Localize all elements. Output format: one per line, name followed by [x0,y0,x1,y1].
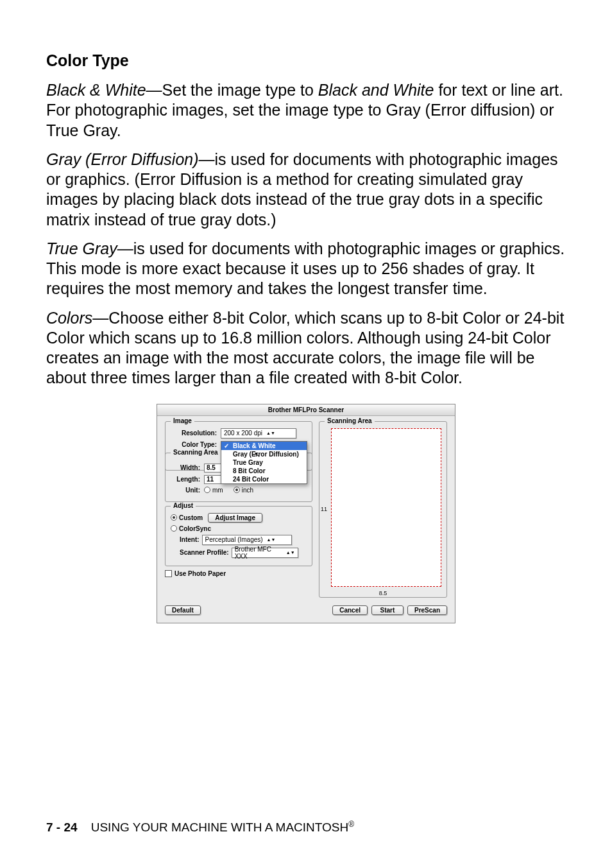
resolution-select[interactable]: 200 x 200 dpi ▲▼ [221,428,296,438]
cancel-button[interactable]: Cancel [332,605,368,615]
profile-label: Scanner Profile: [180,549,229,556]
dropdown-opt-8bit[interactable]: 8 Bit Color [221,467,307,475]
custom-radio[interactable]: Custom [171,514,203,521]
default-button[interactable]: Default [165,605,201,615]
para-colors: Colors—Choose either 8-bit Color, which … [46,308,566,388]
preview-width-label: 8.5 [379,590,387,596]
photo-paper-row: Use Photo Paper [165,570,312,577]
term-gray: Gray (Error Diffusion) [46,150,199,168]
radio-icon [171,525,177,532]
legend-preview: Scanning Area [325,417,375,424]
unit-inch-radio[interactable]: inch [234,487,253,494]
colorsync-radio[interactable]: ColorSync [171,525,211,532]
para-gray-diffusion: Gray (Error Diffusion)—is used for docum… [46,150,566,230]
term-bw: Black & White [46,81,146,99]
text: —Choose either 8-bit Color, which scans … [46,309,564,387]
registered-icon: ® [348,820,354,829]
resolution-value: 200 x 200 dpi [224,430,262,437]
scan-selection-rect[interactable] [331,428,441,587]
cursor-icon: ↖ [254,450,260,459]
select-arrows-icon: ▲▼ [286,551,295,554]
dropdown-opt-truegray[interactable]: True Gray [221,458,307,467]
footer-page-num: 7 - 24 [46,820,78,834]
profile-value: Brother MFC XXX [235,546,282,560]
colortype-dropdown[interactable]: Black & White Gray (Error Diffusion) Tru… [221,441,307,484]
dropdown-opt-24bit[interactable]: 24 Bit Color [221,475,307,483]
profile-select[interactable]: Brother MFC XXX ▲▼ [232,548,298,558]
scanning-area-preview: Scanning Area 11 8.5 [319,421,447,598]
preview-height-label: 11 [321,506,327,512]
scanner-dialog: Brother MFLPro Scanner Image Resolution:… [157,404,455,623]
footer-text: USING YOUR MACHINE WITH A MACINTOSH [91,820,349,834]
unit-mm-radio[interactable]: mm [204,487,223,494]
legend-image: Image [171,417,194,424]
radio-icon [234,487,240,493]
dropdown-opt-bw[interactable]: Black & White [221,442,307,450]
term-bw2: Black and White [318,81,434,99]
unit-mm-label: mm [212,487,223,494]
intent-value: Perceptual (Images) [205,536,263,543]
dialog-title-bar: Brother MFLPro Scanner [157,404,455,416]
para-true-gray: True Gray—is used for documents with pho… [46,239,566,299]
prescan-button[interactable]: PreScan [407,605,447,615]
text: —is used for documents with photographic… [46,239,565,298]
text: —Set the image type to [146,81,318,99]
select-arrows-icon: ▲▼ [266,432,275,435]
radio-icon [171,514,177,521]
colorsync-label: ColorSync [179,525,211,532]
length-label: Length: [171,476,204,483]
term-colors: Colors [46,309,92,327]
legend-scanarea: Scanning Area [171,449,221,456]
intent-label: Intent: [180,536,200,543]
custom-label: Custom [179,514,203,521]
adjust-image-button[interactable]: Adjust Image [208,513,262,523]
unit-inch-label: inch [242,487,253,494]
dropdown-opt-grayerr[interactable]: Gray (Error Diffusion) [221,450,307,458]
width-label: Width: [171,464,204,471]
radio-icon [204,487,210,493]
term-truegray: True Gray [46,239,117,257]
photo-paper-label: Use Photo Paper [174,570,226,577]
heading-color-type: Color Type [46,51,566,70]
legend-adjust: Adjust [171,502,196,509]
para-black-white: Black & White—Set the image type to Blac… [46,80,566,141]
start-button[interactable]: Start [371,605,404,615]
unit-label: Unit: [171,487,204,494]
colortype-label: Color Type: [171,441,221,448]
photo-paper-checkbox[interactable] [165,570,172,577]
fieldset-adjust: Adjust Custom Adjust Image ColorSync Int… [165,506,312,566]
intent-select[interactable]: Perceptual (Images) ▲▼ [202,535,292,545]
page-footer: 7 - 24 USING YOUR MACHINE WITH A MACINTO… [46,820,354,835]
resolution-label: Resolution: [171,430,221,437]
select-arrows-icon: ▲▼ [267,539,276,541]
